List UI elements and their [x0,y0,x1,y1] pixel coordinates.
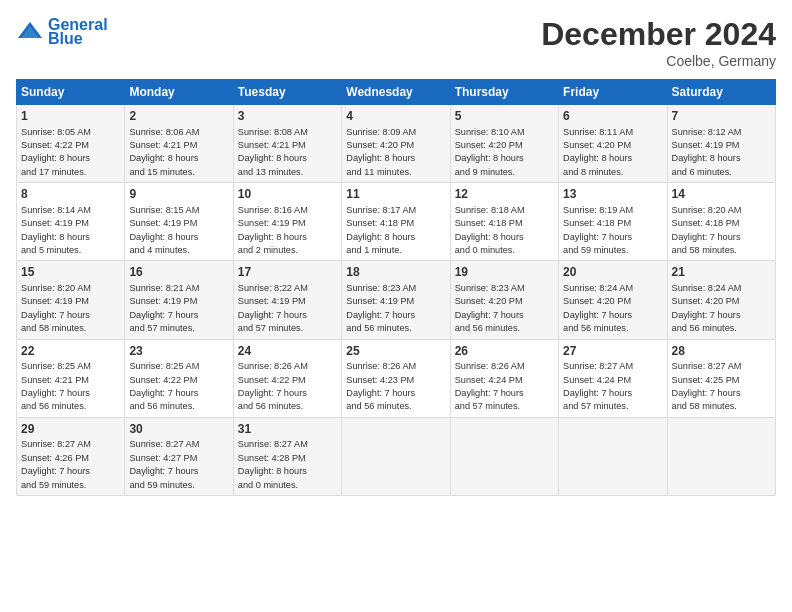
day-number: 30 [129,421,228,438]
day-info: Sunrise: 8:06 AM Sunset: 4:21 PM Dayligh… [129,126,228,179]
day-number: 5 [455,108,554,125]
day-number: 3 [238,108,337,125]
day-cell: 27Sunrise: 8:27 AM Sunset: 4:24 PM Dayli… [559,339,667,417]
day-info: Sunrise: 8:19 AM Sunset: 4:18 PM Dayligh… [563,204,662,257]
col-header-sunday: Sunday [17,80,125,105]
day-cell: 30Sunrise: 8:27 AM Sunset: 4:27 PM Dayli… [125,417,233,495]
day-number: 18 [346,264,445,281]
day-number: 16 [129,264,228,281]
day-number: 4 [346,108,445,125]
day-cell: 25Sunrise: 8:26 AM Sunset: 4:23 PM Dayli… [342,339,450,417]
day-number: 17 [238,264,337,281]
day-number: 13 [563,186,662,203]
col-header-saturday: Saturday [667,80,775,105]
day-info: Sunrise: 8:26 AM Sunset: 4:23 PM Dayligh… [346,360,445,413]
day-info: Sunrise: 8:27 AM Sunset: 4:24 PM Dayligh… [563,360,662,413]
day-cell: 21Sunrise: 8:24 AM Sunset: 4:20 PM Dayli… [667,261,775,339]
day-info: Sunrise: 8:20 AM Sunset: 4:19 PM Dayligh… [21,282,120,335]
day-cell: 1Sunrise: 8:05 AM Sunset: 4:22 PM Daylig… [17,105,125,183]
day-info: Sunrise: 8:09 AM Sunset: 4:20 PM Dayligh… [346,126,445,179]
calendar-page: General Blue December 2024 Coelbe, Germa… [0,0,792,612]
day-info: Sunrise: 8:21 AM Sunset: 4:19 PM Dayligh… [129,282,228,335]
day-number: 22 [21,343,120,360]
day-number: 21 [672,264,771,281]
day-number: 9 [129,186,228,203]
day-number: 10 [238,186,337,203]
day-info: Sunrise: 8:22 AM Sunset: 4:19 PM Dayligh… [238,282,337,335]
day-number: 7 [672,108,771,125]
day-number: 12 [455,186,554,203]
calendar-table: SundayMondayTuesdayWednesdayThursdayFrid… [16,79,776,496]
day-info: Sunrise: 8:23 AM Sunset: 4:20 PM Dayligh… [455,282,554,335]
day-info: Sunrise: 8:26 AM Sunset: 4:22 PM Dayligh… [238,360,337,413]
day-number: 26 [455,343,554,360]
day-cell: 15Sunrise: 8:20 AM Sunset: 4:19 PM Dayli… [17,261,125,339]
day-cell: 24Sunrise: 8:26 AM Sunset: 4:22 PM Dayli… [233,339,341,417]
day-cell [559,417,667,495]
day-info: Sunrise: 8:20 AM Sunset: 4:18 PM Dayligh… [672,204,771,257]
day-number: 15 [21,264,120,281]
day-number: 1 [21,108,120,125]
week-row-1: 1Sunrise: 8:05 AM Sunset: 4:22 PM Daylig… [17,105,776,183]
day-info: Sunrise: 8:12 AM Sunset: 4:19 PM Dayligh… [672,126,771,179]
calendar-subtitle: Coelbe, Germany [541,53,776,69]
logo-icon [16,18,44,46]
day-number: 31 [238,421,337,438]
day-cell [450,417,558,495]
day-cell: 20Sunrise: 8:24 AM Sunset: 4:20 PM Dayli… [559,261,667,339]
day-info: Sunrise: 8:27 AM Sunset: 4:28 PM Dayligh… [238,438,337,491]
day-cell: 2Sunrise: 8:06 AM Sunset: 4:21 PM Daylig… [125,105,233,183]
day-info: Sunrise: 8:18 AM Sunset: 4:18 PM Dayligh… [455,204,554,257]
day-number: 29 [21,421,120,438]
day-cell: 9Sunrise: 8:15 AM Sunset: 4:19 PM Daylig… [125,183,233,261]
day-number: 19 [455,264,554,281]
week-row-3: 15Sunrise: 8:20 AM Sunset: 4:19 PM Dayli… [17,261,776,339]
day-number: 11 [346,186,445,203]
col-header-thursday: Thursday [450,80,558,105]
title-block: December 2024 Coelbe, Germany [541,16,776,69]
day-number: 24 [238,343,337,360]
day-info: Sunrise: 8:24 AM Sunset: 4:20 PM Dayligh… [563,282,662,335]
day-number: 2 [129,108,228,125]
day-cell: 11Sunrise: 8:17 AM Sunset: 4:18 PM Dayli… [342,183,450,261]
day-number: 27 [563,343,662,360]
col-header-tuesday: Tuesday [233,80,341,105]
day-info: Sunrise: 8:14 AM Sunset: 4:19 PM Dayligh… [21,204,120,257]
day-cell: 17Sunrise: 8:22 AM Sunset: 4:19 PM Dayli… [233,261,341,339]
day-cell: 8Sunrise: 8:14 AM Sunset: 4:19 PM Daylig… [17,183,125,261]
day-info: Sunrise: 8:25 AM Sunset: 4:21 PM Dayligh… [21,360,120,413]
day-number: 14 [672,186,771,203]
col-header-monday: Monday [125,80,233,105]
header: General Blue December 2024 Coelbe, Germa… [16,16,776,69]
day-cell: 3Sunrise: 8:08 AM Sunset: 4:21 PM Daylig… [233,105,341,183]
day-cell: 31Sunrise: 8:27 AM Sunset: 4:28 PM Dayli… [233,417,341,495]
day-cell: 29Sunrise: 8:27 AM Sunset: 4:26 PM Dayli… [17,417,125,495]
day-info: Sunrise: 8:05 AM Sunset: 4:22 PM Dayligh… [21,126,120,179]
week-row-4: 22Sunrise: 8:25 AM Sunset: 4:21 PM Dayli… [17,339,776,417]
day-cell: 10Sunrise: 8:16 AM Sunset: 4:19 PM Dayli… [233,183,341,261]
day-cell: 22Sunrise: 8:25 AM Sunset: 4:21 PM Dayli… [17,339,125,417]
day-cell: 5Sunrise: 8:10 AM Sunset: 4:20 PM Daylig… [450,105,558,183]
day-info: Sunrise: 8:23 AM Sunset: 4:19 PM Dayligh… [346,282,445,335]
week-row-5: 29Sunrise: 8:27 AM Sunset: 4:26 PM Dayli… [17,417,776,495]
week-row-2: 8Sunrise: 8:14 AM Sunset: 4:19 PM Daylig… [17,183,776,261]
day-info: Sunrise: 8:16 AM Sunset: 4:19 PM Dayligh… [238,204,337,257]
day-cell: 23Sunrise: 8:25 AM Sunset: 4:22 PM Dayli… [125,339,233,417]
day-cell: 4Sunrise: 8:09 AM Sunset: 4:20 PM Daylig… [342,105,450,183]
day-info: Sunrise: 8:11 AM Sunset: 4:20 PM Dayligh… [563,126,662,179]
day-cell: 14Sunrise: 8:20 AM Sunset: 4:18 PM Dayli… [667,183,775,261]
col-header-friday: Friday [559,80,667,105]
day-info: Sunrise: 8:27 AM Sunset: 4:27 PM Dayligh… [129,438,228,491]
header-row: SundayMondayTuesdayWednesdayThursdayFrid… [17,80,776,105]
day-cell: 18Sunrise: 8:23 AM Sunset: 4:19 PM Dayli… [342,261,450,339]
day-info: Sunrise: 8:26 AM Sunset: 4:24 PM Dayligh… [455,360,554,413]
logo-text: General Blue [48,16,108,48]
logo: General Blue [16,16,108,48]
day-info: Sunrise: 8:17 AM Sunset: 4:18 PM Dayligh… [346,204,445,257]
day-cell: 19Sunrise: 8:23 AM Sunset: 4:20 PM Dayli… [450,261,558,339]
day-number: 23 [129,343,228,360]
day-number: 25 [346,343,445,360]
col-header-wednesday: Wednesday [342,80,450,105]
day-cell: 12Sunrise: 8:18 AM Sunset: 4:18 PM Dayli… [450,183,558,261]
day-info: Sunrise: 8:25 AM Sunset: 4:22 PM Dayligh… [129,360,228,413]
